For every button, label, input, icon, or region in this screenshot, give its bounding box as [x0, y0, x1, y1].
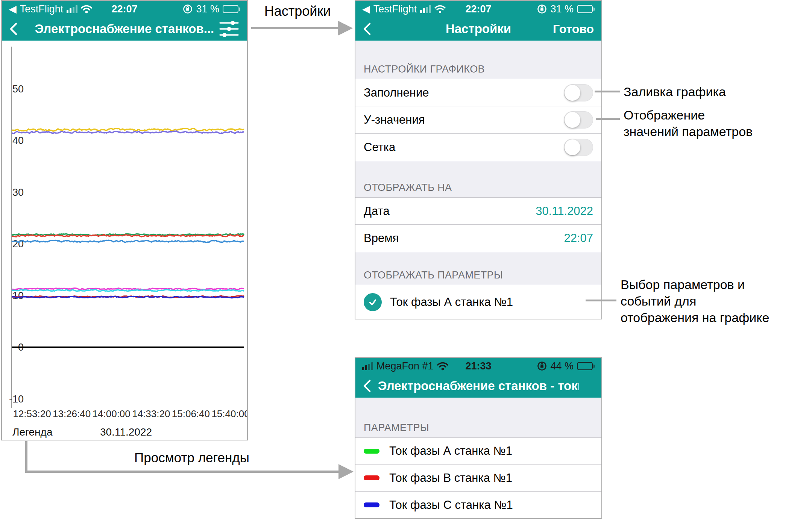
row-date[interactable]: Дата 30.11.2022 [355, 197, 601, 225]
rotation-lock-icon [537, 361, 547, 371]
svg-text:-10: -10 [9, 393, 24, 405]
series-color-swatch [364, 475, 379, 480]
row-parameter[interactable]: Ток фазы А станка №1 [355, 285, 601, 319]
status-bar: ◀ TestFlight 22:07 31 % [2, 1, 247, 17]
back-to-app-indicator[interactable]: ◀ [9, 3, 17, 15]
chart-plot-area[interactable]: 50403020100-1012:53:2013:26:4014:00:0014… [2, 41, 247, 440]
series-color-swatch [364, 502, 379, 507]
svg-text:15:40:00: 15:40:00 [211, 408, 247, 419]
legend-arrow-vline [25, 441, 27, 473]
row-y-values[interactable]: У-значения [355, 106, 601, 134]
signal-icon [362, 362, 373, 370]
battery-percent: 44 % [550, 360, 574, 372]
line-chart[interactable]: 50403020100-1012:53:2013:26:4014:00:0014… [2, 41, 247, 440]
legend-item-label: Ток фазы С станка №1 [389, 498, 513, 512]
svg-text:14:00:00: 14:00:00 [93, 408, 131, 419]
annotation-params-line3: отображения на графике [621, 309, 809, 326]
annotation-y-values-line2: значений параметров [624, 123, 804, 140]
legend-item[interactable]: Ток фазы В станка №1 [355, 465, 601, 492]
signal-icon [67, 5, 77, 13]
carrier-label: MegaFon #1 [376, 360, 434, 372]
page-title: Электроснабжение станков... [24, 22, 225, 36]
wifi-icon [437, 362, 448, 371]
back-button[interactable] [8, 21, 19, 36]
time-value[interactable]: 22:07 [564, 232, 593, 245]
checkmark-icon[interactable] [364, 293, 382, 311]
section-header-parameters: ПАРАМЕТРЫ [355, 398, 601, 437]
legend-arrow-line [25, 471, 339, 473]
annotation-params-line2: событий для [621, 293, 809, 309]
nav-bar: Электроснабжение станков - токи [355, 374, 601, 398]
nav-bar: Электроснабжение станков... [2, 17, 247, 41]
page-title: Настройки [378, 22, 579, 36]
legend-item-label: Ток фазы А станка №1 [389, 444, 512, 458]
chart-date-label: 30.11.2022 [70, 426, 182, 438]
svg-text:10: 10 [12, 290, 24, 301]
row-grid[interactable]: Сетка [355, 134, 601, 161]
row-time[interactable]: Время 22:07 [355, 225, 601, 252]
carrier-label: TestFlight [20, 3, 64, 15]
svg-text:13:26:40: 13:26:40 [53, 408, 91, 419]
legend-arrow-head [338, 464, 354, 479]
row-label: Сетка [364, 141, 564, 154]
params-leader-line [586, 300, 616, 301]
annotation-y-values-line1: Отображение [624, 107, 804, 123]
back-to-app-indicator[interactable]: ◀ [362, 3, 370, 15]
back-button[interactable] [361, 378, 373, 393]
y-values-toggle[interactable] [564, 111, 593, 129]
page-title: Электроснабжение станков - токи [378, 379, 579, 393]
done-button[interactable]: Готово [553, 22, 594, 36]
settings-list: НАСТРОЙКИ ГРАФИКОВ Заполнение У-значения… [355, 41, 601, 319]
signal-icon [420, 5, 431, 13]
battery-icon [577, 5, 595, 13]
annotation-params-line1: Выбор параметров и [621, 276, 809, 293]
annotation-fill: Заливка графика [624, 83, 726, 100]
parameter-label: Ток фазы А станка №1 [390, 295, 593, 309]
documentation-figure: ◀ TestFlight 22:07 31 % [0, 0, 812, 519]
legend-item[interactable]: Ток фазы А станка №1 [355, 437, 601, 465]
settings-sliders-button[interactable] [219, 19, 240, 39]
svg-text:50: 50 [12, 83, 24, 95]
legend-item-label: Ток фазы В станка №1 [389, 471, 512, 485]
battery-percent: 31 % [196, 3, 219, 15]
fill-toggle[interactable] [564, 84, 593, 101]
svg-text:12:53:20: 12:53:20 [13, 408, 51, 419]
status-bar: ◀ TestFlight 22:07 31 % [355, 1, 601, 17]
fill-leader-line [595, 91, 620, 92]
row-label: Дата [364, 204, 536, 218]
y-values-leader-line [596, 118, 620, 120]
wifi-icon [81, 5, 92, 14]
annotation-settings: Настройки [251, 3, 344, 20]
section-header-display-params: ОТОБРАЖАТЬ ПАРАМЕТРЫ [355, 252, 601, 285]
battery-icon [577, 362, 595, 370]
series-color-swatch [364, 449, 379, 454]
chart-screen: ◀ TestFlight 22:07 31 % [1, 0, 248, 440]
svg-text:15:06:40: 15:06:40 [172, 408, 210, 419]
row-label: Заполнение [364, 86, 564, 100]
battery-icon [223, 5, 240, 13]
carrier-label: TestFlight [373, 3, 417, 15]
legend-button[interactable]: Легенда [12, 426, 53, 438]
back-button[interactable] [361, 21, 373, 36]
settings-arrow-line [251, 27, 339, 29]
svg-text:30: 30 [12, 187, 24, 198]
svg-text:20: 20 [12, 238, 24, 250]
row-fill[interactable]: Заполнение [355, 79, 601, 106]
nav-bar: Настройки Готово [355, 17, 601, 41]
grid-toggle[interactable] [564, 139, 593, 156]
svg-text:40: 40 [12, 135, 24, 146]
rotation-lock-icon [537, 4, 547, 14]
legend-screen: MegaFon #1 21:33 44 % [355, 357, 602, 519]
row-label: У-значения [364, 113, 564, 127]
row-label: Время [364, 232, 564, 245]
legend-item[interactable]: Ток фазы С станка №1 [355, 492, 601, 519]
wifi-icon [434, 5, 446, 14]
section-header-graph-settings: НАСТРОЙКИ ГРАФИКОВ [355, 41, 601, 79]
section-header-display-at: ОТОБРАЖАТЬ НА [355, 161, 601, 197]
date-value[interactable]: 30.11.2022 [536, 204, 593, 218]
annotation-legend: Просмотр легенды [120, 449, 263, 466]
svg-text:14:33:20: 14:33:20 [132, 408, 170, 419]
rotation-lock-icon [183, 4, 193, 14]
settings-arrow-head [338, 21, 353, 36]
battery-percent: 31 % [550, 3, 574, 15]
